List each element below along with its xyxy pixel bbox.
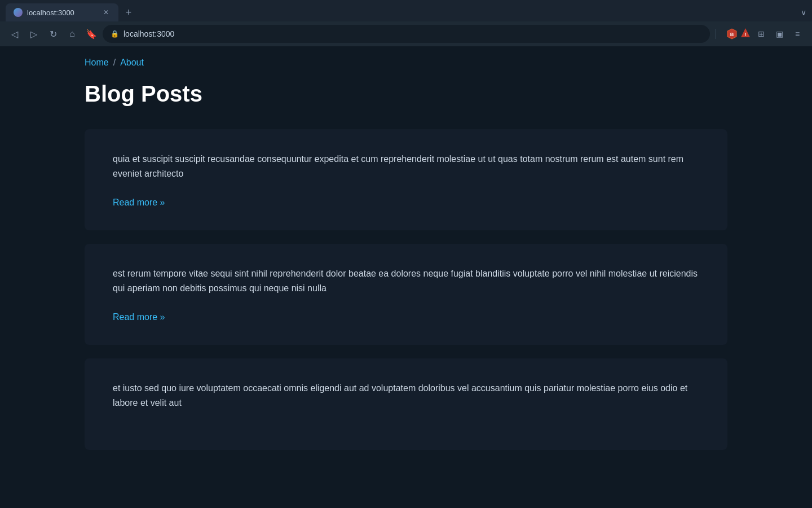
address-bar[interactable]: 🔒 localhost:3000 xyxy=(103,25,710,43)
svg-text:!: ! xyxy=(745,32,747,37)
post-excerpt: est rerum tempore vitae sequi sint nihil… xyxy=(113,266,699,295)
post-card: et iusto sed quo iure voluptatem occaeca… xyxy=(85,358,727,449)
post-card: quia et suscipit suscipit recusandae con… xyxy=(85,129,727,230)
page-content: Home / About Blog Posts quia et suscipit… xyxy=(0,46,812,508)
brave-icon[interactable]: B xyxy=(726,28,738,40)
breadcrumb-separator: / xyxy=(113,58,116,68)
post-excerpt: et iusto sed quo iure voluptatem occaeca… xyxy=(113,381,699,410)
separator xyxy=(716,29,716,39)
home-button[interactable]: ⌂ xyxy=(64,26,80,42)
page-title: Blog Posts xyxy=(85,81,727,107)
nav-bar: ◁ ▷ ↻ ⌂ 🔖 🔒 localhost:3000 B ! ⊞ xyxy=(0,21,812,46)
wallet-button[interactable]: ▣ xyxy=(771,26,787,42)
bookmark-button[interactable]: 🔖 xyxy=(83,26,99,42)
tab-dropdown[interactable]: ∨ xyxy=(801,8,806,17)
menu-button[interactable]: ≡ xyxy=(789,26,805,42)
new-tab-button[interactable]: + xyxy=(121,5,136,20)
lock-icon: 🔒 xyxy=(111,30,119,38)
tab-close-button[interactable]: ✕ xyxy=(102,8,111,17)
browser-tab[interactable]: localhost:3000 ✕ xyxy=(6,3,118,21)
browser-chrome: localhost:3000 ✕ + ∨ ◁ ▷ ↻ ⌂ 🔖 🔒 localho… xyxy=(0,0,812,46)
svg-text:B: B xyxy=(730,32,734,37)
alert-icon[interactable]: ! xyxy=(740,27,751,41)
address-text: localhost:3000 xyxy=(123,29,174,38)
breadcrumb-about[interactable]: About xyxy=(120,58,144,68)
read-more-link[interactable]: Read more » xyxy=(113,198,165,207)
browser-controls: B ! ⊞ ▣ ≡ xyxy=(726,26,805,42)
read-more-link[interactable]: Read more » xyxy=(113,312,165,322)
tab-title: localhost:3000 xyxy=(27,8,97,17)
tab-favicon xyxy=(14,8,23,17)
breadcrumb: Home / About xyxy=(85,58,727,68)
forward-button[interactable]: ▷ xyxy=(26,26,42,42)
tab-bar: localhost:3000 ✕ + ∨ xyxy=(0,0,812,21)
post-excerpt: quia et suscipit suscipit recusandae con… xyxy=(113,152,699,181)
breadcrumb-home[interactable]: Home xyxy=(85,58,109,68)
reload-button[interactable]: ↻ xyxy=(45,26,61,42)
back-button[interactable]: ◁ xyxy=(7,26,23,42)
grid-button[interactable]: ⊞ xyxy=(753,26,769,42)
post-card: est rerum tempore vitae sequi sint nihil… xyxy=(85,244,727,345)
